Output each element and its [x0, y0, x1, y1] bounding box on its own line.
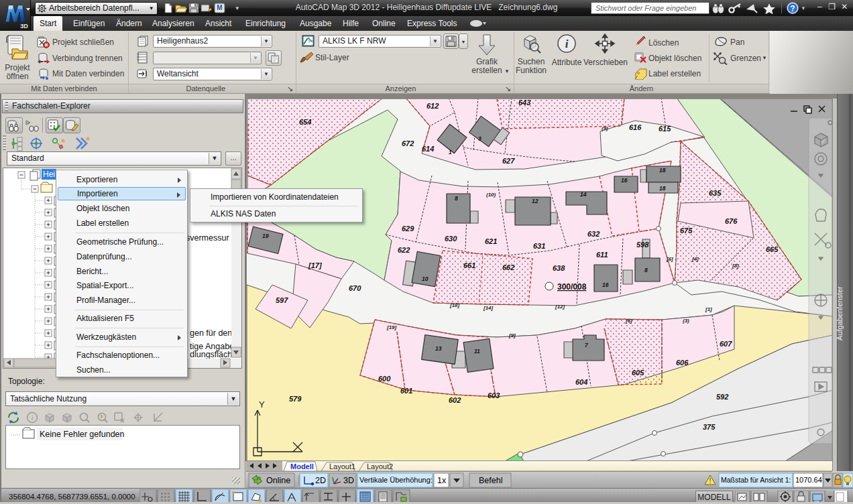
svg-text:[8]: [8]	[732, 263, 739, 269]
svg-text:1070.64: 1070.64	[795, 476, 822, 484]
svg-text:605: 605	[632, 369, 644, 377]
svg-text:8: 8	[455, 195, 458, 202]
svg-text:(9): (9)	[602, 125, 608, 131]
svg-text:Y: Y	[259, 399, 265, 410]
svg-text:654: 654	[299, 118, 311, 126]
svg-text:Layout1: Layout1	[329, 462, 355, 470]
svg-text:622: 622	[398, 246, 410, 254]
svg-text:Vertikale Überhöhung:: Vertikale Überhöhung:	[359, 476, 433, 484]
svg-text:[17]: [17]	[308, 261, 322, 269]
svg-text:16: 16	[621, 177, 628, 184]
svg-text:esvermessur: esvermessur	[181, 233, 229, 243]
svg-text:3D: 3D	[343, 476, 354, 485]
svg-text:672: 672	[402, 139, 414, 147]
svg-text:?: ?	[790, 4, 795, 13]
svg-text:629: 629	[402, 225, 414, 233]
svg-text:[9]: [9]	[508, 332, 516, 338]
svg-text:602: 602	[449, 396, 461, 404]
svg-text:621: 621	[485, 237, 497, 245]
svg-text:635: 635	[709, 189, 722, 197]
svg-text:375: 375	[703, 423, 716, 431]
svg-text:Hei: Hei	[43, 170, 55, 179]
svg-text:612: 612	[427, 102, 439, 110]
svg-text:[6]: [6]	[625, 318, 632, 324]
svg-text:627: 627	[502, 157, 515, 165]
svg-text:[18]: [18]	[449, 302, 460, 308]
svg-text:601: 601	[400, 387, 412, 395]
svg-text:18: 18	[659, 167, 666, 174]
svg-text:13: 13	[435, 345, 442, 352]
svg-text:579: 579	[289, 395, 302, 403]
svg-text:[12]: [12]	[555, 304, 565, 310]
svg-text:630: 630	[445, 235, 457, 243]
svg-text:676: 676	[725, 217, 738, 225]
svg-text:12: 12	[532, 198, 538, 204]
svg-text:gen für den: gen für den	[190, 328, 232, 338]
svg-text:603: 603	[488, 391, 500, 399]
svg-text:592: 592	[716, 393, 728, 401]
svg-text:14: 14	[580, 191, 587, 198]
svg-text:606: 606	[676, 359, 689, 367]
svg-text:670: 670	[349, 284, 361, 292]
svg-text:[1]: [1]	[705, 306, 712, 312]
svg-text:665: 665	[766, 245, 779, 253]
svg-text:3D: 3D	[20, 23, 28, 29]
svg-text:(3): (3)	[683, 318, 689, 324]
svg-text:Modell: Modell	[290, 462, 314, 470]
svg-text:8: 8	[644, 267, 648, 273]
svg-text:18: 18	[659, 185, 666, 192]
svg-text:598: 598	[636, 241, 649, 249]
svg-text:11: 11	[474, 348, 480, 355]
svg-text:632: 632	[587, 230, 600, 238]
svg-text:Keine Fehler gefunden: Keine Fehler gefunden	[40, 430, 125, 439]
svg-text:661: 661	[463, 261, 475, 269]
svg-text:300/008: 300/008	[557, 282, 587, 292]
svg-text:3: 3	[478, 135, 481, 142]
svg-text:[19]: [19]	[386, 324, 397, 330]
svg-text:614: 614	[422, 145, 434, 153]
svg-text:i: i	[31, 414, 33, 422]
svg-text:607: 607	[720, 340, 732, 348]
svg-text:[4]: [4]	[691, 256, 699, 262]
svg-text:[14]: [14]	[483, 305, 494, 311]
svg-text:1: 1	[449, 149, 452, 155]
svg-text:600: 600	[378, 375, 391, 383]
svg-text:1x: 1x	[437, 476, 447, 485]
svg-text:643: 643	[518, 99, 530, 107]
svg-text:597: 597	[276, 296, 288, 304]
svg-text:616: 616	[629, 123, 642, 131]
svg-text:dlungsfläch: dlungsfläch	[190, 350, 232, 359]
svg-text:Befehl: Befehl	[479, 476, 502, 485]
svg-text:!: !	[709, 477, 712, 485]
svg-text:2D: 2D	[315, 476, 326, 485]
svg-text:675: 675	[680, 227, 693, 235]
svg-text:[6]: [6]	[666, 256, 673, 262]
svg-text:i: i	[565, 38, 569, 50]
svg-text:10: 10	[422, 275, 429, 282]
svg-text:604: 604	[575, 378, 587, 386]
svg-text:615: 615	[659, 125, 671, 133]
svg-text:Online: Online	[266, 476, 290, 485]
svg-text:Maßstab für Ansicht 1:: Maßstab für Ansicht 1:	[721, 476, 791, 484]
svg-text:(10): (10)	[486, 192, 496, 198]
svg-text:19: 19	[262, 233, 269, 239]
svg-text:Layout2: Layout2	[367, 462, 393, 470]
svg-text:662: 662	[502, 263, 514, 271]
svg-text:631: 631	[533, 242, 545, 250]
svg-text:638: 638	[553, 264, 565, 272]
svg-text:611: 611	[596, 251, 608, 259]
svg-text:16: 16	[602, 281, 609, 288]
